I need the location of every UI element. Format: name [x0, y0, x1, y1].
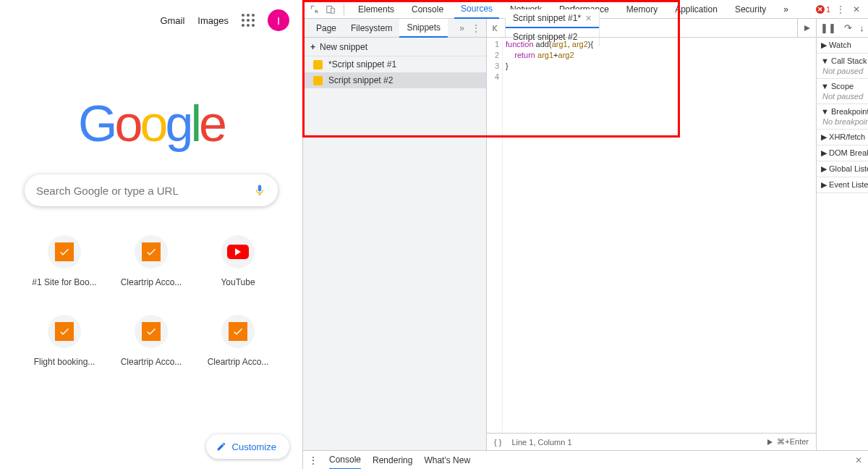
drawer-tab-bar: ⋮ Console Rendering What's New ✕ — [303, 450, 868, 469]
snippet-item[interactable]: Script snippet #2 — [303, 72, 486, 88]
step-over-icon[interactable]: ↷ — [844, 22, 852, 33]
sidebar-section[interactable]: ▶ Global Listeners — [817, 161, 868, 177]
search-box[interactable] — [25, 174, 278, 206]
devtools-panel: Elements Console Sources Network Perform… — [302, 0, 868, 469]
checkmark-icon — [142, 242, 161, 261]
mic-icon[interactable] — [253, 182, 266, 198]
page-top-bar: Gmail Images I — [0, 0, 302, 31]
editor-tab-bar: Script snippet #1*✕Script snippet #2 — [487, 19, 816, 38]
apps-grid-icon[interactable] — [242, 14, 255, 27]
nav-toggle-icon[interactable] — [487, 19, 506, 38]
pretty-print-icon[interactable]: { } — [494, 438, 501, 447]
run-hint: ⌘+Enter — [777, 437, 809, 447]
editor-gutter: 1234 — [487, 38, 503, 433]
nav-tab-snippets[interactable]: Snippets — [399, 19, 448, 38]
nav-tab-page[interactable]: Page — [309, 19, 344, 38]
shortcut-label: YouTube — [221, 277, 255, 287]
shortcut-tile[interactable]: Cleartrip Acco... — [108, 235, 195, 287]
nav-overflow-icon[interactable]: » — [459, 23, 464, 33]
snippet-item[interactable]: *Script snippet #1 — [303, 56, 486, 72]
sidebar-section[interactable]: ▶ Event Listener Breakpoints — [817, 177, 868, 193]
editor-code[interactable]: function add(arg1, arg2){ return arg1+ar… — [503, 38, 593, 433]
checkmark-icon — [229, 322, 247, 341]
snippet-list: *Script snippet #1Script snippet #2 — [303, 56, 486, 88]
drawer-close-icon[interactable]: ✕ — [855, 455, 862, 465]
drawer-tab-rendering[interactable]: Rendering — [373, 455, 412, 465]
sources-navigator: Page Filesystem Snippets » ⋮ +New snippe… — [303, 19, 487, 450]
tab-close-icon[interactable]: ✕ — [585, 14, 592, 23]
tab-application[interactable]: Application — [668, 0, 724, 19]
debug-controls: ❚❚ ↷ ↓ — [817, 19, 868, 38]
checkmark-icon — [55, 322, 74, 341]
sidebar-section[interactable]: ▶ Watch — [817, 38, 868, 54]
editor-pane: Script snippet #1*✕Script snippet #2 123… — [487, 19, 816, 450]
drawer-kebab-icon[interactable]: ⋮ — [309, 455, 318, 465]
gmail-link[interactable]: Gmail — [160, 15, 184, 26]
device-toggle-icon[interactable] — [325, 4, 336, 15]
run-icon[interactable] — [767, 439, 774, 446]
drawer-tab-console[interactable]: Console — [329, 451, 361, 470]
sidebar-section[interactable]: ▼ BreakpointsNo breakpoints — [817, 104, 868, 130]
shortcut-label: Cleartrip Acco... — [121, 277, 182, 287]
error-badge[interactable]: ✕1 — [816, 5, 830, 14]
shortcut-tile[interactable]: Flight booking... — [21, 315, 108, 367]
new-tab-page: Gmail Images I Google #1 Site for Boo...… — [0, 0, 302, 469]
nav-kebab-icon[interactable]: ⋮ — [472, 23, 480, 33]
snippet-name: *Script snippet #1 — [328, 59, 396, 69]
snippet-name: Script snippet #2 — [328, 75, 393, 85]
editor-tab-label: Script snippet #1* — [513, 13, 581, 23]
sidebar-section[interactable]: ▶ XHR/fetch Breakpoints — [817, 130, 868, 145]
editor-tab[interactable]: Script snippet #1*✕ — [506, 9, 600, 28]
shortcut-tile[interactable]: Cleartrip Acco... — [108, 315, 195, 367]
search-input[interactable] — [36, 185, 253, 197]
shortcut-tile[interactable]: Cleartrip Acco... — [195, 315, 281, 367]
snippet-file-icon — [313, 60, 323, 69]
avatar[interactable]: I — [268, 9, 289, 31]
sidebar-section[interactable]: ▼ ScopeNot paused — [817, 79, 868, 104]
shortcut-label: Flight booking... — [34, 357, 95, 367]
shortcut-label: Cleartrip Acco... — [121, 357, 182, 367]
nav-tab-filesystem[interactable]: Filesystem — [344, 19, 399, 38]
debugger-sidebar: ❚❚ ↷ ↓ ▶ Watch▼ Call StackNot paused▼ Sc… — [816, 19, 868, 450]
checkmark-icon — [55, 242, 74, 261]
shortcuts-grid: #1 Site for Boo...Cleartrip Acco...YouTu… — [21, 235, 281, 367]
sidebar-section[interactable]: ▶ DOM Breakpoints — [817, 145, 868, 161]
snippet-file-icon — [313, 76, 323, 85]
shortcut-tile[interactable]: YouTube — [195, 235, 281, 287]
sidebar-section[interactable]: ▼ Call StackNot paused — [817, 54, 868, 79]
shortcut-label: #1 Site for Boo... — [32, 277, 96, 287]
inspect-icon[interactable] — [309, 4, 320, 15]
shortcut-tile[interactable]: #1 Site for Boo... — [21, 235, 108, 287]
code-editor[interactable]: 1234 function add(arg1, arg2){ return ar… — [487, 38, 816, 433]
checkmark-icon — [142, 322, 161, 341]
youtube-icon — [227, 245, 249, 259]
run-snippet-icon[interactable] — [797, 19, 816, 38]
new-snippet-button[interactable]: +New snippet — [303, 38, 486, 56]
images-link[interactable]: Images — [197, 15, 229, 26]
pause-icon[interactable]: ❚❚ — [820, 22, 836, 33]
tab-security[interactable]: Security — [728, 0, 773, 19]
shortcut-label: Cleartrip Acco... — [208, 357, 269, 367]
google-logo: Google — [0, 95, 302, 153]
svg-rect-1 — [331, 8, 335, 13]
tab-sources[interactable]: Sources — [454, 0, 499, 19]
close-icon[interactable]: ✕ — [851, 4, 862, 15]
pencil-icon — [216, 441, 226, 452]
cursor-position: Line 1, Column 1 — [511, 438, 571, 447]
tab-console[interactable]: Console — [405, 0, 450, 19]
tab-memory[interactable]: Memory — [620, 0, 664, 19]
drawer-tab-whatsnew[interactable]: What's New — [424, 455, 470, 465]
step-into-icon[interactable]: ↓ — [859, 22, 864, 33]
kebab-icon[interactable]: ⋮ — [835, 4, 846, 15]
tabs-overflow[interactable]: » — [777, 0, 795, 19]
customize-button[interactable]: Customize — [206, 434, 289, 459]
tab-elements[interactable]: Elements — [352, 0, 401, 19]
editor-status-bar: { } Line 1, Column 1 ⌘+Enter — [487, 433, 816, 450]
